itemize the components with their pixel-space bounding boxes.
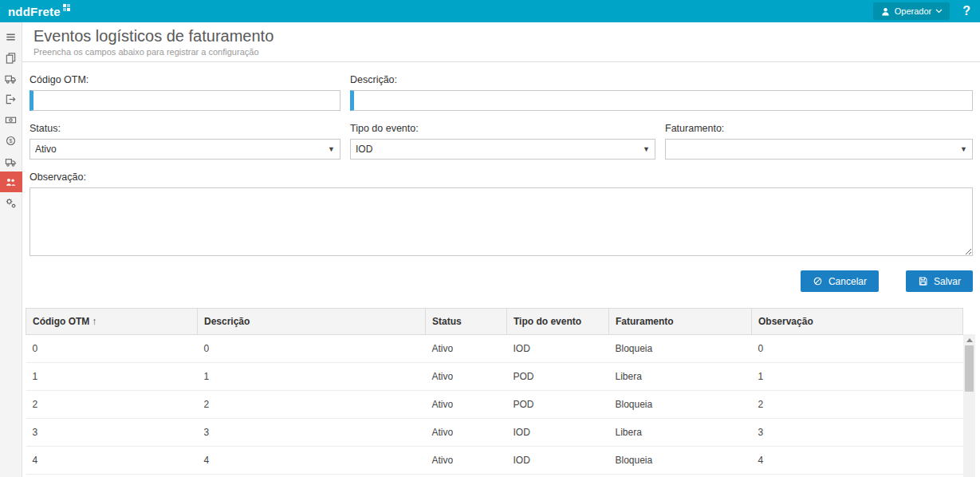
cancel-button[interactable]: Cancelar	[801, 270, 879, 292]
scrollbar-thumb[interactable]	[965, 345, 974, 392]
table-cell: 0	[26, 335, 198, 363]
table-cell: 4	[198, 447, 426, 475]
sidebar-item-delivery-truck[interactable]	[0, 151, 22, 171]
user-icon	[880, 6, 891, 17]
body-wrap: $	[0, 22, 980, 477]
table-cell: IOD	[507, 419, 609, 447]
events-table-wrap: Código OTM↑DescriçãoStatusTipo do evento…	[26, 308, 975, 475]
observacao-textarea[interactable]	[30, 187, 973, 256]
table-cell: Libera	[609, 419, 752, 447]
sidebar-item-banknote[interactable]	[0, 109, 22, 130]
table-cell: 2	[26, 391, 198, 419]
status-label: Status:	[30, 123, 340, 134]
descricao-label: Descrição:	[350, 74, 973, 85]
table-cell: IOD	[507, 447, 609, 475]
table-cell: 1	[26, 363, 198, 391]
save-button-label: Salvar	[934, 276, 961, 287]
currency-exchange-icon: $	[5, 135, 17, 147]
sidebar-item-currency-exchange[interactable]: $	[0, 130, 22, 151]
faturamento-select[interactable]	[665, 139, 973, 160]
sidebar-item-users[interactable]	[0, 171, 22, 192]
table-cell: 4	[752, 447, 963, 475]
page-title: Eventos logísticos de faturamento	[33, 26, 969, 45]
brand-flag-icon	[63, 4, 71, 12]
column-header[interactable]: Status	[426, 309, 507, 335]
table-scrollbar[interactable]	[963, 334, 975, 477]
table-cell: 3	[26, 419, 198, 447]
user-menu-label: Operador	[895, 6, 931, 16]
table-cell: Ativo	[426, 419, 507, 447]
field-descricao: Descrição:	[350, 74, 973, 111]
sidebar-item-pages[interactable]	[0, 47, 22, 68]
codigo-otm-input[interactable]	[30, 90, 340, 111]
table-row[interactable]: 11AtivoPODLibera1	[26, 363, 963, 391]
table-row[interactable]: 44AtivoIODBloqueia4	[26, 447, 963, 475]
page-subtitle: Preencha os campos abaixo para registrar…	[33, 47, 969, 57]
table-cell: 1	[198, 363, 426, 391]
main-content: Eventos logísticos de faturamento Preenc…	[22, 22, 980, 477]
sidebar-item-menu[interactable]	[0, 26, 22, 47]
top-bar: nddFrete Operador ?	[0, 0, 980, 22]
status-select[interactable]: Ativo	[30, 139, 340, 160]
descricao-input[interactable]	[350, 90, 973, 111]
observacao-label: Observação:	[30, 171, 973, 183]
delivery-truck-icon	[5, 156, 17, 168]
config-form: Código OTM: Descrição: Status: Ativo ▼	[22, 74, 980, 259]
page-head: Eventos logísticos de faturamento Preenc…	[22, 22, 980, 62]
pages-icon	[5, 52, 17, 64]
sidebar-item-settings[interactable]	[0, 192, 22, 213]
sidebar-item-truck[interactable]	[0, 68, 22, 89]
save-button[interactable]: Salvar	[906, 270, 973, 292]
field-tipo-evento: Tipo do evento: IOD ▼	[350, 123, 655, 160]
table-cell: POD	[507, 391, 609, 419]
save-icon	[918, 276, 928, 286]
table-cell: IOD	[507, 335, 609, 363]
column-header[interactable]: Faturamento	[609, 309, 752, 335]
faturamento-label: Faturamento:	[665, 123, 973, 134]
cancel-icon	[813, 276, 823, 286]
gears-icon	[5, 197, 17, 209]
sidebar-item-logout[interactable]	[0, 89, 22, 109]
table-row[interactable]: 22AtivoPODBloqueia2	[26, 391, 963, 419]
column-header[interactable]: Observação	[752, 309, 963, 335]
table-cell: 0	[752, 335, 963, 363]
sort-asc-icon: ↑	[92, 316, 96, 327]
table-cell: 4	[26, 447, 198, 475]
sidebar: $	[0, 22, 22, 477]
table-cell: 2	[752, 391, 963, 419]
field-faturamento: Faturamento: ▼	[665, 123, 973, 160]
table-cell: POD	[507, 363, 609, 391]
user-menu-button[interactable]: Operador	[873, 2, 950, 20]
column-header[interactable]: Código OTM↑	[26, 309, 198, 335]
table-body: 00AtivoIODBloqueia011AtivoPODLibera122At…	[26, 335, 963, 475]
table-header-row: Código OTM↑DescriçãoStatusTipo do evento…	[26, 309, 963, 335]
events-table: Código OTM↑DescriçãoStatusTipo do evento…	[26, 308, 963, 475]
banknote-icon	[5, 114, 17, 126]
table-row[interactable]: 00AtivoIODBloqueia0	[26, 335, 963, 363]
table-cell: Ativo	[426, 391, 507, 419]
table-cell: 3	[198, 419, 426, 447]
table-cell: Libera	[609, 363, 752, 391]
table-cell: 3	[752, 419, 963, 447]
logout-icon	[5, 93, 17, 105]
svg-text:$: $	[10, 137, 13, 143]
table-cell: Bloqueia	[609, 447, 752, 475]
table-row[interactable]: 33AtivoIODLibera3	[26, 419, 963, 447]
table-cell: 2	[198, 391, 426, 419]
scroll-up-button[interactable]	[963, 334, 975, 345]
field-status: Status: Ativo ▼	[30, 123, 340, 160]
field-observacao: Observação:	[30, 171, 973, 259]
table-cell: 0	[198, 335, 426, 363]
form-actions: Cancelar Salvar	[22, 270, 980, 292]
column-header[interactable]: Descrição	[198, 309, 426, 335]
table-cell: Ativo	[426, 335, 507, 363]
help-button[interactable]: ?	[959, 4, 974, 18]
brand-name: nddFrete	[8, 5, 61, 18]
cancel-button-label: Cancelar	[828, 276, 867, 287]
column-header[interactable]: Tipo do evento	[507, 309, 609, 335]
field-codigo-otm: Código OTM:	[30, 74, 340, 111]
chevron-down-icon	[935, 9, 943, 14]
users-icon	[5, 176, 17, 188]
tipo-evento-select[interactable]: IOD	[350, 139, 655, 160]
brand-logo[interactable]: nddFrete	[8, 5, 71, 18]
